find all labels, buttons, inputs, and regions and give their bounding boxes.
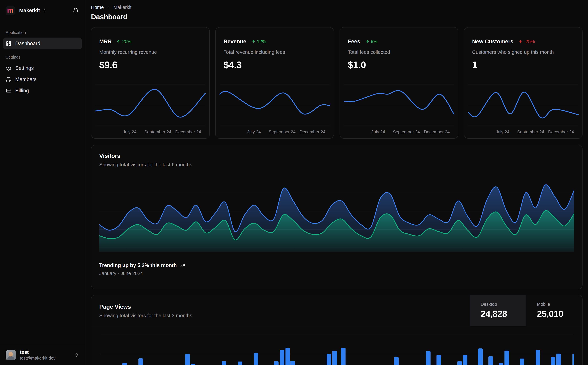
stat-change-badge: 9% (365, 39, 377, 44)
page-views-bar (138, 358, 143, 365)
page-views-bar (573, 354, 574, 365)
arrow-down-icon (518, 39, 523, 44)
chevrons-up-down-icon[interactable] (42, 8, 47, 13)
stat-card-new-customers: New Customers -25% Customers who signed … (464, 27, 583, 139)
sidebar-nav: Application Dashboard Settings Settings … (0, 20, 85, 96)
chevrons-up-down-icon[interactable] (74, 353, 79, 357)
page-views-bar (122, 363, 127, 365)
page-views-bar (457, 361, 462, 365)
page-views-card: Page Views Showing total visitors for th… (91, 295, 582, 365)
page-views-header: Page Views Showing total visitors for th… (91, 295, 582, 326)
arrow-up-icon (251, 39, 256, 44)
stat-subtitle: Customers who signed up this month (464, 49, 582, 55)
page-views-tabs: Desktop 24,828 Mobile 25,010 (470, 295, 582, 326)
main-content: Home Makerkit Dashboard MRR 20% Monthly … (85, 0, 588, 365)
visitors-subtitle: Showing total visitors for the last 6 mo… (99, 162, 574, 168)
credit-card-icon (6, 88, 11, 93)
stat-subtitle: Total fees collected (340, 49, 458, 55)
trending-up-icon (180, 263, 185, 268)
page-views-bar (536, 350, 540, 365)
page-views-bar (185, 354, 190, 365)
user-meta: test test@makerkit.dev (20, 349, 55, 361)
stat-change-badge: -25% (518, 39, 535, 44)
nav-section-settings: Settings (3, 55, 82, 60)
sidebar-item-members[interactable]: Members (3, 74, 82, 85)
stat-value: $4.3 (216, 59, 334, 70)
stat-change-badge: 20% (117, 39, 131, 44)
arrow-up-icon (117, 39, 121, 44)
workspace-selector[interactable]: m Makerkit (0, 0, 85, 20)
page-views-bar (505, 351, 509, 365)
tab-mobile[interactable]: Mobile 25,010 (526, 295, 582, 326)
sidebar-item-dashboard[interactable]: Dashboard (3, 38, 82, 49)
stat-sparkline-chart: July 24 September 24 December 24 (216, 81, 334, 138)
sparkline-x-axis: July 24 September 24 December 24 (342, 128, 456, 138)
stat-subtitle: Monthly recurring revenue (91, 49, 209, 55)
page-title: Dashboard (91, 13, 582, 21)
page-views-bar (394, 357, 399, 365)
users-icon (6, 77, 11, 82)
page-views-bar (551, 357, 555, 365)
visitors-footer: Trending up by 5.2% this month January -… (99, 262, 574, 276)
chevron-right-icon (106, 5, 111, 10)
page-views-bar-chart (100, 326, 574, 365)
sidebar-item-billing[interactable]: Billing (3, 85, 82, 96)
page-views-bar (341, 348, 346, 365)
stat-card-revenue: Revenue 12% Total revenue including fees… (215, 27, 334, 139)
breadcrumb-current: Makerkit (113, 5, 131, 10)
page-views-title: Page Views (99, 303, 192, 310)
dashboard-icon (6, 41, 11, 46)
tab-desktop[interactable]: Desktop 24,828 (470, 295, 526, 326)
page-views-bar (488, 356, 493, 365)
page-views-bar (478, 348, 483, 365)
page-views-bar (254, 353, 258, 365)
breadcrumb: Home Makerkit (91, 5, 582, 10)
notifications-bell-icon[interactable] (73, 8, 79, 14)
page-views-bar (436, 355, 441, 365)
sidebar-item-settings[interactable]: Settings (3, 63, 82, 74)
page-views-bar (463, 355, 467, 365)
avatar (6, 350, 16, 360)
tab-desktop-label: Desktop (481, 302, 515, 307)
stat-sparkline-chart: July 24 September 24 December 24 (464, 81, 582, 138)
user-name: test (20, 349, 55, 355)
stat-title: Revenue (224, 38, 246, 45)
stat-sparkline-chart: July 24 September 24 December 24 (340, 81, 458, 138)
sidebar-item-label: Billing (15, 88, 29, 94)
page-views-bar (556, 354, 561, 365)
visitors-area-chart (99, 176, 574, 252)
breadcrumb-home-link[interactable]: Home (91, 5, 104, 10)
dashboard-app: m Makerkit Application Dashboard Setting… (0, 0, 588, 365)
visitors-trend-text: Trending up by 5.2% this month (99, 262, 177, 268)
visitors-card: Visitors Showing total visitors for the … (91, 145, 582, 289)
arrow-up-icon (365, 39, 369, 44)
stat-card-mrr: MRR 20% Monthly recurring revenue $9.6 (91, 27, 210, 139)
sidebar: m Makerkit Application Dashboard Setting… (0, 0, 85, 365)
stat-card-fees: Fees 9% Total fees collected $1.0 (339, 27, 458, 139)
page-views-bar (332, 351, 337, 365)
workspace-name[interactable]: Makerkit (19, 8, 40, 14)
stat-value: $1.0 (340, 59, 458, 70)
makerkit-logo-letter: m (7, 7, 14, 14)
tab-mobile-value: 25,010 (537, 309, 572, 319)
tab-mobile-label: Mobile (537, 302, 572, 307)
user-email: test@makerkit.dev (20, 356, 55, 361)
page-views-bar (191, 364, 195, 365)
page-views-bar (290, 361, 295, 365)
user-menu[interactable]: test test@makerkit.dev (0, 345, 85, 365)
sparkline-x-axis: July 24 September 24 December 24 (217, 128, 332, 138)
nav-section-application: Application (3, 30, 82, 35)
page-views-bar (285, 348, 290, 365)
stat-sparkline-chart: July 24 September 24 December 24 (91, 81, 209, 138)
page-views-bar (327, 354, 331, 365)
gear-icon (6, 65, 11, 71)
page-views-bar (274, 361, 278, 365)
stat-title: MRR (99, 38, 112, 45)
stat-cards-row: MRR 20% Monthly recurring revenue $9.6 (91, 27, 582, 139)
page-views-bar (222, 361, 226, 365)
stat-subtitle: Total revenue including fees (216, 49, 334, 55)
stat-title: Fees (348, 38, 360, 45)
sidebar-item-label: Dashboard (15, 41, 40, 47)
visitors-period: January - June 2024 (99, 271, 574, 276)
tab-desktop-value: 24,828 (481, 309, 515, 319)
